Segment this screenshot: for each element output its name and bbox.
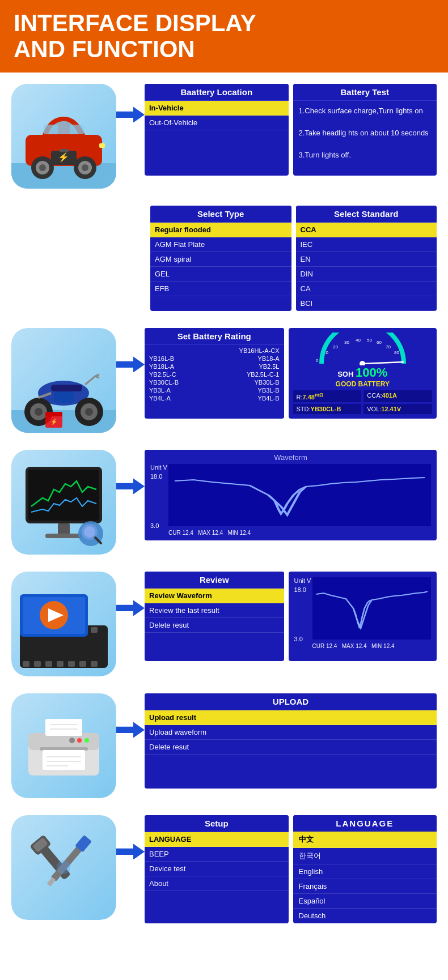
review-waveform-item[interactable]: Review Waveform	[145, 589, 284, 603]
select-standard-header: Select Standard	[296, 206, 437, 223]
svg-rect-14	[64, 149, 69, 152]
svg-rect-46	[45, 534, 82, 538]
svg-rect-45	[58, 523, 70, 535]
lang-chinese[interactable]: 中文	[293, 832, 437, 848]
svg-rect-11	[99, 143, 105, 148]
waveform-y-axis: Unit V 18.0 3.0	[150, 464, 168, 529]
lang-english[interactable]: English	[293, 864, 437, 879]
setup-device-test[interactable]: Device test	[145, 862, 289, 876]
type-agm-flat[interactable]: AGM Flat Plate	[150, 237, 291, 252]
svg-rect-63	[45, 661, 52, 667]
language-panel: LANGUAGE 中文 한국어 English Français Español…	[293, 815, 437, 923]
cca-value: 401A	[382, 392, 397, 399]
lang-spanish[interactable]: Español	[293, 894, 437, 909]
review-row-panels: Review Review Waveform Review the last r…	[145, 572, 437, 661]
svg-point-94	[57, 860, 70, 874]
review-row: Review Review Waveform Review the last r…	[11, 572, 437, 676]
svg-point-84	[77, 738, 82, 743]
rating-grid: YB16HL-A-CX YB16L-BYB18-A YB18L-AYB2.5L …	[145, 345, 284, 404]
svg-point-10	[82, 164, 88, 171]
moto-row-panels: Set Battery Rating YB16HL-A-CX YB16L-BYB…	[145, 328, 437, 419]
svg-rect-77	[43, 750, 85, 770]
svg-point-41	[360, 361, 365, 365]
setup-row-arrow	[116, 815, 145, 859]
svg-text:20: 20	[333, 344, 338, 350]
type-efb[interactable]: EFB	[150, 282, 291, 296]
standard-ca[interactable]: CA	[296, 282, 437, 296]
standard-en[interactable]: EN	[296, 252, 437, 267]
svg-rect-60	[91, 627, 98, 633]
standard-din[interactable]: DIN	[296, 267, 437, 282]
std-stat: STD:YB30CL-B	[293, 404, 362, 414]
svg-point-7	[39, 164, 46, 171]
moto-row: ⚡ Set Battery Rating YB16HL-A-CX YB16L-B…	[11, 328, 437, 433]
header-title: INTERFACE DISPLAY AND FUNCTION	[14, 10, 434, 62]
lang-french[interactable]: Français	[293, 879, 437, 894]
svg-rect-62	[34, 661, 41, 667]
upload-delete[interactable]: Delete resut	[145, 740, 437, 755]
review-waveform-svg	[312, 577, 432, 640]
review-stats: CUR 12.4 MAX 12.4 MIN 12.4	[312, 642, 432, 650]
setup-language[interactable]: LANGUAGE	[145, 832, 289, 847]
upload-panel: UPLOAD Upload result Upload waveform Del…	[145, 693, 437, 789]
monitor-row-panels: Waveform Unit V 18.0 3.0	[145, 450, 437, 540]
svg-point-86	[69, 738, 75, 743]
review-last-result[interactable]: Review the last result	[145, 603, 284, 618]
svg-rect-3	[44, 125, 58, 134]
review-chart: CUR 12.4 MAX 12.4 MIN 12.4	[312, 577, 432, 650]
lang-korean[interactable]: 한국어	[293, 848, 437, 864]
type-gel[interactable]: GEL	[150, 267, 291, 282]
type-row-panels: Select Type Regular flooded AGM Flat Pla…	[150, 206, 437, 311]
standard-iec[interactable]: IEC	[296, 237, 437, 252]
svg-text:70: 70	[386, 344, 391, 350]
moto-row-arrow	[116, 328, 145, 372]
setup-panel: Setup LANGUAGE BEEP Device test About	[145, 815, 289, 923]
battery-location-in-vehicle[interactable]: In-Vehicle	[145, 101, 289, 116]
setup-about[interactable]: About	[145, 876, 289, 891]
battery-test-text: 1.Check surface charge,Turn lights on 2.…	[293, 101, 437, 165]
review-menu-panel: Review Review Waveform Review the last r…	[145, 572, 284, 661]
language-header: LANGUAGE	[293, 815, 437, 832]
svg-rect-25	[51, 385, 82, 391]
battery-location-out-of-vehicle[interactable]: Out-Of-Vehicle	[145, 116, 289, 130]
svg-rect-64	[57, 661, 64, 667]
battery-rating-header: Set Battery Rating	[145, 328, 284, 345]
content: ⚡ Baattery Location In-Vehicle Out-Of-Ve…	[0, 73, 448, 952]
upload-waveform[interactable]: Upload waveform	[145, 725, 437, 740]
arrow-icon	[116, 600, 145, 616]
motorcycle-icon-box: ⚡	[11, 328, 116, 433]
svg-text:30: 30	[344, 340, 349, 345]
svg-rect-51	[168, 464, 431, 526]
soh-stats-row1: R:7.48mΩ CCA:401A	[293, 390, 433, 402]
review-y-axis: Unit V 18.0 3.0	[294, 577, 312, 642]
gauge-container: 0 10 20 30 40 50 60 70 80 90	[293, 333, 433, 368]
upload-header: UPLOAD	[145, 693, 437, 710]
standard-bci[interactable]: BCI	[296, 296, 437, 311]
svg-point-21	[35, 408, 43, 416]
review-delete[interactable]: Delete resut	[145, 618, 284, 633]
car-icon: ⚡	[11, 84, 116, 189]
waveform-header: Waveform	[149, 453, 432, 462]
svg-text:⚡: ⚡	[50, 418, 58, 425]
lang-german[interactable]: Deutsch	[293, 909, 437, 923]
monitor-icon	[11, 450, 116, 555]
standard-cca[interactable]: CCA	[296, 223, 437, 237]
svg-text:50: 50	[367, 338, 372, 343]
arrow-icon	[116, 722, 145, 738]
review-menu-header: Review	[145, 572, 284, 589]
svg-rect-66	[79, 661, 86, 667]
video-icon-box	[11, 572, 116, 676]
tools-icon	[11, 815, 116, 920]
upload-result[interactable]: Upload result	[145, 710, 437, 725]
printer-icon	[11, 693, 116, 798]
resistance-stat: R:7.48mΩ	[293, 390, 362, 402]
monitor-icon-box	[11, 450, 116, 555]
arrow-icon	[116, 106, 145, 122]
setup-beep[interactable]: BEEP	[145, 847, 289, 862]
svg-rect-65	[68, 661, 75, 667]
type-regular-flooded[interactable]: Regular flooded	[150, 223, 291, 237]
type-agm-spiral[interactable]: AGM spiral	[150, 252, 291, 267]
video-icon	[11, 572, 116, 676]
arrow-icon	[116, 478, 145, 494]
monitor-row-arrow	[116, 450, 145, 494]
